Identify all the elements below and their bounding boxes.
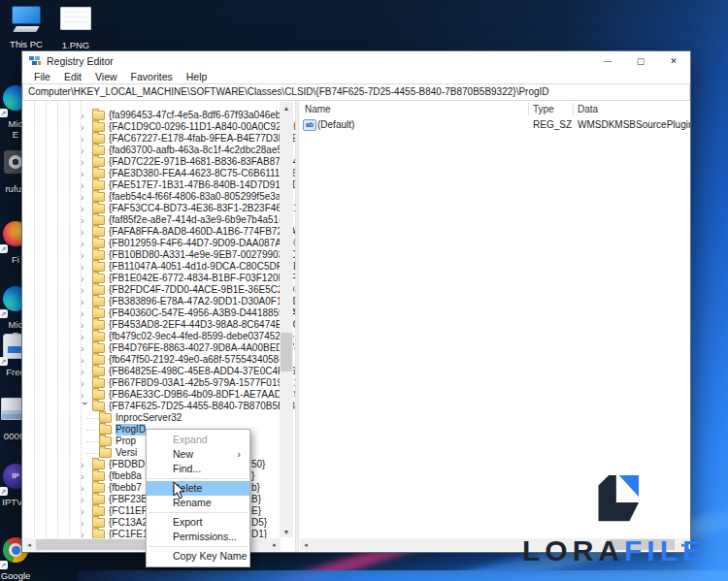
tree-key[interactable]: ›{FB10BD80-A331-4e9e-9EB7-00279903AD99} <box>22 249 281 261</box>
minimize-button[interactable]: — <box>591 51 624 70</box>
desktop-icon-this-pc[interactable]: This PC <box>4 4 49 49</box>
chevron-right-icon[interactable]: › <box>81 274 92 283</box>
chevron-right-icon[interactable]: › <box>81 460 92 469</box>
chevron-right-icon[interactable]: › <box>81 506 92 516</box>
chevron-right-icon[interactable]: › <box>81 518 92 528</box>
chevron-right-icon[interactable]: › <box>81 239 92 248</box>
tree-key[interactable]: ›{FAE3D380-FEA4-4623-8C75-C6B61110B681} <box>22 168 281 179</box>
chevron-right-icon[interactable]: › <box>81 134 92 144</box>
context-menu-item-copy-key-name[interactable]: Copy Key Name <box>147 549 249 564</box>
tree-key-label: {FB4D76FE-8863-4027-9D8A-4A00BEDF74D7} <box>109 342 295 354</box>
desktop-icon-1png[interactable]: 1.PNG <box>53 4 98 50</box>
context-menu-item-new[interactable]: New› <box>147 447 249 462</box>
tree-key[interactable]: ›{faf85f2e-a8e7-414d-a3e9-6b9e7b4a51ed} <box>22 214 281 226</box>
column-data[interactable]: Data <box>578 104 598 114</box>
chevron-right-icon[interactable]: › <box>81 169 92 178</box>
chevron-right-icon[interactable]: › <box>81 390 92 400</box>
chevron-right-icon[interactable]: › <box>81 157 92 167</box>
context-menu-item-find[interactable]: Find... <box>147 462 249 476</box>
tree-key[interactable]: ›{FB2FDC4F-7DD0-4ACE-9B1E-36E5C2F98D27} <box>22 284 281 296</box>
chevron-right-icon[interactable]: › <box>81 332 92 341</box>
chevron-right-icon[interactable]: › <box>81 495 92 504</box>
chevron-right-icon[interactable]: › <box>81 320 92 330</box>
chevron-right-icon[interactable]: › <box>81 343 92 353</box>
tree-key[interactable]: ›{fb479c02-9ec4-4fed-8599-debe037452cb} <box>22 331 281 342</box>
tree-key[interactable]: ›{FAFA8FFA-8AD8-460D-A1B6-774FB72CA68A} <box>22 226 281 238</box>
tree-key[interactable]: ›{FB383896-E78A-47A2-9DD1-D30A0F158D28} <box>22 296 281 307</box>
tree-key[interactable]: ›{FAC67227-E178-4fab-9FEA-B4E77D3DBE7D} <box>22 133 281 145</box>
chevron-right-icon[interactable]: › <box>81 285 92 295</box>
menu-help[interactable]: Help <box>180 71 215 82</box>
menu-edit[interactable]: Edit <box>57 71 88 82</box>
chevron-right-icon[interactable]: › <box>81 145 92 155</box>
close-button[interactable]: ✕ <box>657 51 690 70</box>
tree-key[interactable]: ›{FB67F8D9-03A1-42b5-979A-1577F0193611} <box>22 377 281 389</box>
tree-key[interactable]: ›{fad63700-aafb-463a-8c1f-4c2dbc28ae57} <box>22 145 281 156</box>
scroll-left-icon[interactable]: ◂ <box>23 538 35 551</box>
address-bar[interactable]: Computer\HKEY_LOCAL_MACHINE\SOFTWARE\Cla… <box>22 83 690 101</box>
context-menu-item-rename[interactable]: Rename <box>147 496 249 510</box>
chevron-right-icon[interactable]: › <box>81 111 92 120</box>
menu-file[interactable]: File <box>27 71 57 82</box>
scroll-down-icon[interactable]: ▼ <box>280 526 293 537</box>
column-name[interactable]: Name <box>305 104 331 114</box>
chevron-right-icon[interactable]: › <box>81 355 92 365</box>
chevron-right-icon[interactable]: › <box>81 262 92 272</box>
context-menu-item-delete[interactable]: Delete <box>147 481 249 496</box>
column-type[interactable]: Type <box>533 104 554 114</box>
tree-key[interactable]: ›{FB74F625-7D25-4455-B840-7B870B5B9322} <box>22 401 281 412</box>
icon-label: This PC <box>4 39 49 49</box>
tree-key[interactable]: ›{FB4D76FE-8863-4027-9D8A-4A00BEDF74D7} <box>22 342 281 354</box>
tree-key-label: {FAC1D9C0-0296-11D1-A840-00A0C92C9D5D} <box>109 121 295 133</box>
tree-key[interactable]: ›{fb647f50-2192-49e0-a68f-5755434058c7} <box>22 354 281 366</box>
chevron-down-icon[interactable]: › <box>81 402 90 411</box>
folder-icon <box>92 378 105 388</box>
tree-key[interactable]: ›{FAD7C22E-971B-4681-B836-83FAB87D74C2} <box>22 156 281 168</box>
tree-key[interactable]: ›{FB453AD8-2EF4-44D3-98A8-8C6474E63CE4} <box>22 319 281 331</box>
scroll-right-icon[interactable]: ▸ <box>269 538 281 551</box>
tree-key[interactable]: ›{FB1E042E-6772-4834-B1BF-F03F120E5F36} <box>22 273 281 284</box>
chevron-right-icon[interactable]: › <box>81 297 92 307</box>
menu-view[interactable]: View <box>88 71 124 82</box>
chevron-right-icon[interactable]: › <box>81 308 92 318</box>
chevron-right-icon[interactable]: › <box>81 367 92 376</box>
chevron-right-icon[interactable]: › <box>81 227 92 237</box>
context-menu-item-expand[interactable]: Expand <box>147 433 249 447</box>
folder-icon <box>92 320 105 330</box>
scroll-up-icon[interactable]: ▲ <box>280 102 293 113</box>
folder-icon <box>92 355 105 365</box>
scroll-left-icon[interactable]: ◂ <box>300 538 312 551</box>
tree-vertical-scrollbar[interactable]: ▲ ▼ <box>280 102 293 537</box>
tree-key[interactable]: ›{FB012959-F4F6-44D7-9D09-DAA087A9DB57} <box>22 238 281 249</box>
mouse-cursor-icon <box>173 481 186 504</box>
chevron-right-icon[interactable]: › <box>81 471 92 481</box>
tree-key[interactable]: ›{FAE517E7-1B31-47B6-840B-14D7D910AD48} <box>22 179 281 191</box>
chevron-right-icon[interactable]: › <box>81 215 92 225</box>
menu-favorites[interactable]: Favorites <box>124 71 180 82</box>
chevron-right-icon[interactable]: › <box>81 192 92 202</box>
tree-key[interactable]: ›{FAC1D9C0-0296-11D1-A840-00A0C92C9D5D} <box>22 121 281 133</box>
chevron-right-icon[interactable]: › <box>81 483 92 493</box>
tree-key[interactable]: ›{faeb54c4-f66f-4806-83a0-805299f5e3ad} <box>22 191 281 203</box>
tree-key[interactable]: ›{FB6AE33C-D9B6-4b09-8DF1-AE7AAD5C9530} <box>22 389 281 401</box>
chevron-right-icon[interactable]: › <box>81 122 92 132</box>
chevron-right-icon[interactable]: › <box>81 378 92 388</box>
tree-key[interactable]: ›{FAF53CC4-BD73-4E36-83F1-2B23F46E513E} <box>22 203 281 214</box>
tree-key[interactable]: ›{FB11047A-4051-4d1d-9DCA-C80C5DF98D70} <box>22 261 281 273</box>
tree-subkey[interactable]: InprocServer32 <box>22 412 281 424</box>
chevron-right-icon[interactable]: › <box>81 204 92 213</box>
tree-key[interactable]: ›{fa996453-47cf-4e5a-8df6-67f93a046ebb} <box>22 110 281 121</box>
title-bar[interactable]: Registry Editor — ▢ ✕ <box>22 51 690 70</box>
context-menu-item-permissions[interactable]: Permissions... <box>147 530 249 544</box>
tree-key-label: {FB40360C-547E-4956-A3B9-D4418859BA66} <box>109 307 295 319</box>
scrollbar-thumb[interactable] <box>281 333 292 371</box>
maximize-button[interactable]: ▢ <box>624 51 657 70</box>
tree-key-label: {FB6AE33C-D9B6-4b09-8DF1-AE7AAD5C9530} <box>109 389 295 401</box>
tree-key[interactable]: ›{FB64825E-498C-45E8-ADD4-37E0C4FC68A6} <box>22 366 281 377</box>
folder-icon <box>92 285 105 295</box>
context-menu-item-export[interactable]: Export <box>147 515 249 530</box>
chevron-right-icon[interactable]: › <box>81 250 92 260</box>
registry-value-row[interactable]: ab (Default) REG_SZ WMSDKMSBSourcePlugin… <box>299 118 690 131</box>
chevron-right-icon[interactable]: › <box>81 180 92 190</box>
tree-key[interactable]: ›{FB40360C-547E-4956-A3B9-D4418859BA66} <box>22 307 281 319</box>
